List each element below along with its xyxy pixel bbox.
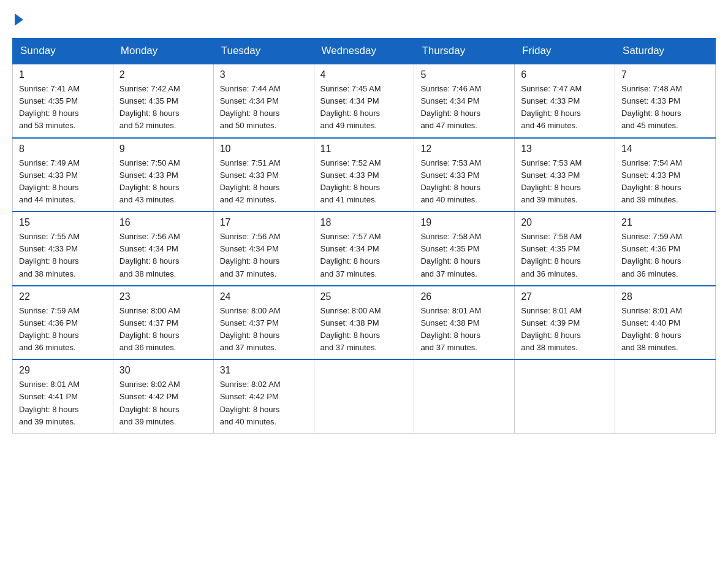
- day-number: 19: [420, 217, 508, 228]
- day-number: 12: [420, 144, 508, 155]
- calendar-header-row: SundayMondayTuesdayWednesdayThursdayFrid…: [13, 39, 716, 64]
- calendar-cell: 3 Sunrise: 7:44 AM Sunset: 4:34 PM Dayli…: [213, 64, 314, 138]
- calendar-cell: 17 Sunrise: 7:56 AM Sunset: 4:34 PM Dayl…: [213, 212, 314, 286]
- day-number: 8: [19, 144, 107, 155]
- calendar-cell: 29 Sunrise: 8:01 AM Sunset: 4:41 PM Dayl…: [13, 359, 113, 433]
- day-info: Sunrise: 7:41 AM Sunset: 4:35 PM Dayligh…: [19, 83, 107, 132]
- day-info: Sunrise: 8:01 AM Sunset: 4:38 PM Dayligh…: [420, 305, 508, 354]
- calendar-cell: 2 Sunrise: 7:42 AM Sunset: 4:35 PM Dayli…: [113, 64, 213, 138]
- calendar-cell: 28 Sunrise: 8:01 AM Sunset: 4:40 PM Dayl…: [615, 286, 716, 360]
- day-number: 17: [220, 217, 308, 228]
- day-number: 29: [19, 365, 107, 376]
- day-number: 27: [521, 291, 609, 302]
- day-info: Sunrise: 7:58 AM Sunset: 4:35 PM Dayligh…: [420, 231, 508, 280]
- day-info: Sunrise: 7:42 AM Sunset: 4:35 PM Dayligh…: [119, 83, 207, 132]
- logo-arrow-icon: [15, 13, 23, 26]
- calendar-cell: 20 Sunrise: 7:58 AM Sunset: 4:35 PM Dayl…: [515, 212, 615, 286]
- calendar-cell: 10 Sunrise: 7:51 AM Sunset: 4:33 PM Dayl…: [213, 138, 314, 212]
- calendar-cell: 25 Sunrise: 8:00 AM Sunset: 4:38 PM Dayl…: [314, 286, 414, 360]
- calendar-cell: [515, 359, 615, 433]
- day-info: Sunrise: 8:00 AM Sunset: 4:38 PM Dayligh…: [320, 305, 408, 354]
- calendar-cell: 23 Sunrise: 8:00 AM Sunset: 4:37 PM Dayl…: [113, 286, 213, 360]
- day-number: 30: [119, 365, 207, 376]
- day-number: 4: [320, 69, 408, 80]
- day-info: Sunrise: 7:54 AM Sunset: 4:33 PM Dayligh…: [621, 157, 709, 207]
- calendar-cell: 13 Sunrise: 7:53 AM Sunset: 4:33 PM Dayl…: [515, 138, 615, 212]
- day-info: Sunrise: 8:01 AM Sunset: 4:40 PM Dayligh…: [621, 305, 709, 354]
- day-number: 25: [320, 291, 408, 302]
- day-number: 9: [119, 144, 207, 155]
- calendar-week-row-4: 22 Sunrise: 7:59 AM Sunset: 4:36 PM Dayl…: [13, 286, 716, 360]
- calendar-cell: 4 Sunrise: 7:45 AM Sunset: 4:34 PM Dayli…: [314, 64, 414, 138]
- day-info: Sunrise: 8:01 AM Sunset: 4:41 PM Dayligh…: [19, 378, 107, 428]
- day-info: Sunrise: 7:49 AM Sunset: 4:33 PM Dayligh…: [19, 157, 107, 207]
- day-number: 7: [621, 69, 709, 80]
- calendar-week-row-5: 29 Sunrise: 8:01 AM Sunset: 4:41 PM Dayl…: [13, 359, 716, 433]
- day-number: 23: [119, 291, 207, 302]
- day-info: Sunrise: 7:45 AM Sunset: 4:34 PM Dayligh…: [320, 83, 408, 132]
- calendar-cell: 27 Sunrise: 8:01 AM Sunset: 4:39 PM Dayl…: [515, 286, 615, 360]
- calendar-cell: 18 Sunrise: 7:57 AM Sunset: 4:34 PM Dayl…: [314, 212, 414, 286]
- calendar-cell: 8 Sunrise: 7:49 AM Sunset: 4:33 PM Dayli…: [13, 138, 113, 212]
- calendar-cell: 6 Sunrise: 7:47 AM Sunset: 4:33 PM Dayli…: [515, 64, 615, 138]
- day-info: Sunrise: 7:48 AM Sunset: 4:33 PM Dayligh…: [621, 83, 709, 132]
- calendar-header-wednesday: Wednesday: [314, 39, 414, 64]
- day-info: Sunrise: 7:46 AM Sunset: 4:34 PM Dayligh…: [420, 83, 508, 132]
- calendar-cell: 1 Sunrise: 7:41 AM Sunset: 4:35 PM Dayli…: [13, 64, 113, 138]
- logo: [12, 12, 23, 26]
- day-info: Sunrise: 8:02 AM Sunset: 4:42 PM Dayligh…: [119, 378, 207, 428]
- calendar-cell: 12 Sunrise: 7:53 AM Sunset: 4:33 PM Dayl…: [414, 138, 515, 212]
- calendar-week-row-1: 1 Sunrise: 7:41 AM Sunset: 4:35 PM Dayli…: [13, 64, 716, 138]
- calendar-header-sunday: Sunday: [13, 39, 113, 64]
- day-number: 6: [521, 69, 609, 80]
- calendar-week-row-2: 8 Sunrise: 7:49 AM Sunset: 4:33 PM Dayli…: [13, 138, 716, 212]
- day-info: Sunrise: 7:47 AM Sunset: 4:33 PM Dayligh…: [521, 83, 609, 132]
- calendar-cell: 9 Sunrise: 7:50 AM Sunset: 4:33 PM Dayli…: [113, 138, 213, 212]
- day-info: Sunrise: 7:53 AM Sunset: 4:33 PM Dayligh…: [420, 157, 508, 207]
- calendar-header-monday: Monday: [113, 39, 213, 64]
- calendar-cell: 5 Sunrise: 7:46 AM Sunset: 4:34 PM Dayli…: [414, 64, 515, 138]
- day-info: Sunrise: 8:02 AM Sunset: 4:42 PM Dayligh…: [220, 378, 308, 428]
- logo-blue-text: [12, 12, 23, 26]
- calendar-cell: 11 Sunrise: 7:52 AM Sunset: 4:33 PM Dayl…: [314, 138, 414, 212]
- day-info: Sunrise: 7:52 AM Sunset: 4:33 PM Dayligh…: [320, 157, 408, 207]
- day-info: Sunrise: 8:00 AM Sunset: 4:37 PM Dayligh…: [119, 305, 207, 354]
- calendar-cell: 30 Sunrise: 8:02 AM Sunset: 4:42 PM Dayl…: [113, 359, 213, 433]
- day-number: 13: [521, 144, 609, 155]
- day-info: Sunrise: 7:51 AM Sunset: 4:33 PM Dayligh…: [220, 157, 308, 207]
- calendar-cell: 21 Sunrise: 7:59 AM Sunset: 4:36 PM Dayl…: [615, 212, 716, 286]
- day-number: 3: [220, 69, 308, 80]
- calendar-header-thursday: Thursday: [414, 39, 515, 64]
- page-header: [12, 12, 716, 26]
- day-info: Sunrise: 7:44 AM Sunset: 4:34 PM Dayligh…: [220, 83, 308, 132]
- calendar-cell: [615, 359, 716, 433]
- day-number: 20: [521, 217, 609, 228]
- day-info: Sunrise: 7:59 AM Sunset: 4:36 PM Dayligh…: [621, 231, 709, 280]
- day-info: Sunrise: 7:56 AM Sunset: 4:34 PM Dayligh…: [119, 231, 207, 280]
- day-info: Sunrise: 7:56 AM Sunset: 4:34 PM Dayligh…: [220, 231, 308, 280]
- day-info: Sunrise: 7:57 AM Sunset: 4:34 PM Dayligh…: [320, 231, 408, 280]
- calendar-week-row-3: 15 Sunrise: 7:55 AM Sunset: 4:33 PM Dayl…: [13, 212, 716, 286]
- day-info: Sunrise: 8:01 AM Sunset: 4:39 PM Dayligh…: [521, 305, 609, 354]
- calendar-cell: 16 Sunrise: 7:56 AM Sunset: 4:34 PM Dayl…: [113, 212, 213, 286]
- day-number: 26: [420, 291, 508, 302]
- calendar-cell: 14 Sunrise: 7:54 AM Sunset: 4:33 PM Dayl…: [615, 138, 716, 212]
- calendar-table: SundayMondayTuesdayWednesdayThursdayFrid…: [12, 38, 716, 434]
- day-info: Sunrise: 7:55 AM Sunset: 4:33 PM Dayligh…: [19, 231, 107, 280]
- calendar-header-saturday: Saturday: [615, 39, 716, 64]
- day-number: 2: [119, 69, 207, 80]
- calendar-cell: 19 Sunrise: 7:58 AM Sunset: 4:35 PM Dayl…: [414, 212, 515, 286]
- day-number: 28: [621, 291, 709, 302]
- day-number: 22: [19, 291, 107, 302]
- day-info: Sunrise: 7:50 AM Sunset: 4:33 PM Dayligh…: [119, 157, 207, 207]
- day-number: 5: [420, 69, 508, 80]
- calendar-cell: [414, 359, 515, 433]
- calendar-cell: 15 Sunrise: 7:55 AM Sunset: 4:33 PM Dayl…: [13, 212, 113, 286]
- day-number: 18: [320, 217, 408, 228]
- calendar-header-friday: Friday: [515, 39, 615, 64]
- calendar-cell: [314, 359, 414, 433]
- day-number: 14: [621, 144, 709, 155]
- calendar-cell: 31 Sunrise: 8:02 AM Sunset: 4:42 PM Dayl…: [213, 359, 314, 433]
- day-number: 10: [220, 144, 308, 155]
- day-number: 16: [119, 217, 207, 228]
